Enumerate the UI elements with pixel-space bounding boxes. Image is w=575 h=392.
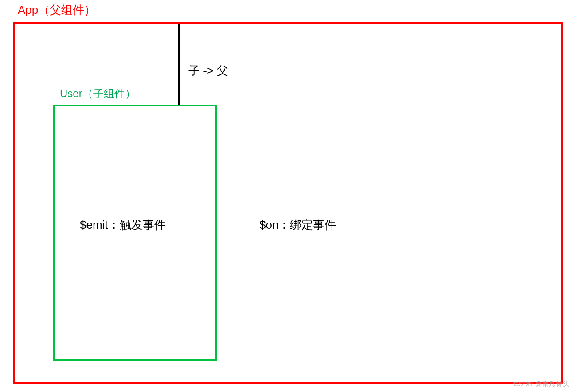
child-component-label: User（子组件） (60, 86, 136, 101)
parent-component-label: App（父组件） (18, 2, 96, 18)
diagram-canvas: App（父组件） 子 -> 父 User（子组件） $emit：触发事件 $on… (0, 0, 575, 392)
child-component-box (53, 105, 217, 361)
watermark-text: CSDN @南瓜骨头 (513, 380, 570, 388)
on-description: $on：绑定事件 (259, 217, 336, 233)
emit-description: $emit：触发事件 (80, 217, 166, 233)
arrow-direction-label: 子 -> 父 (188, 63, 228, 78)
arrow-line (178, 24, 180, 106)
